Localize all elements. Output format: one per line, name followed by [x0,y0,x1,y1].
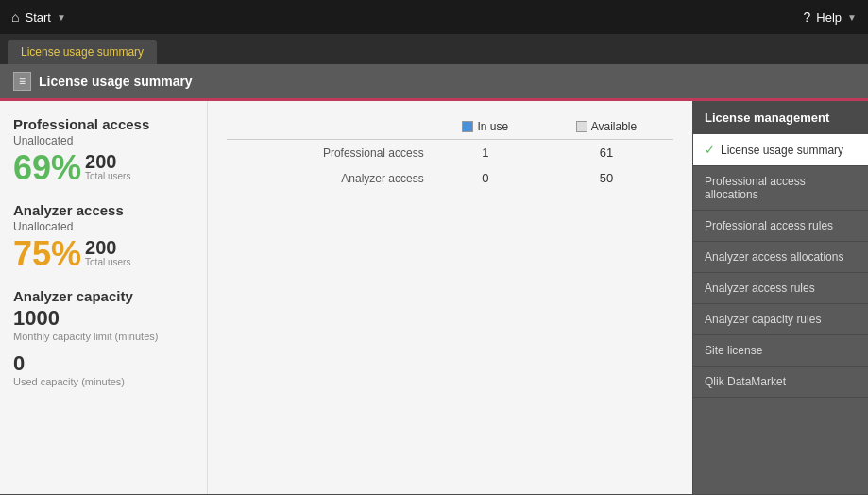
main-layout: Professional access Unallocated 69% 200 … [0,101,868,494]
in-use-color-indicator [462,121,473,132]
sidebar-header: License management [693,101,868,134]
sidebar-item[interactable]: Analyzer access allocations [693,242,868,273]
col-available-label: Available [591,120,637,133]
row-available: 61 [539,140,673,166]
available-color-indicator [576,121,587,132]
help-label: Help [816,10,842,25]
sidebar-item-label: Professional access allocations [705,175,857,201]
home-icon: ⌂ [11,9,19,25]
analyzer-capacity-section: Analyzer capacity 1000 Monthly capacity … [13,288,194,387]
help-chevron-icon: ▼ [847,12,857,23]
start-chevron-icon: ▼ [57,12,66,23]
sidebar-item[interactable]: Professional access rules [693,211,868,242]
start-label: Start [25,10,50,25]
page-header: ≡ License usage summary [0,64,868,101]
analyzer-access-total: 200 Total users [85,237,130,267]
professional-access-section: Professional access Unallocated 69% 200 … [13,116,194,185]
analyzer-access-total-label: Total users [85,258,130,267]
analyzer-access-section: Analyzer access Unallocated 75% 200 Tota… [13,202,194,271]
sidebar-item[interactable]: Professional access allocations [693,166,868,211]
tab-license-usage-summary[interactable]: License usage summary [8,40,157,64]
professional-access-title: Professional access [13,116,194,132]
sidebar-item[interactable]: Qlik DataMarket [693,367,868,398]
row-label: Professional access [227,140,432,166]
check-icon: ✓ [705,143,715,157]
sidebar-item-label: License usage summary [721,144,843,157]
analyzer-access-percent: 75% [13,237,81,271]
sidebar-item-label: Analyzer access rules [705,282,815,295]
page-title: License usage summary [39,74,193,89]
col-available: Available [539,116,673,140]
analyzer-access-total-number: 200 [85,237,130,258]
sidebar-items-container: ✓License usage summaryProfessional acces… [693,134,868,398]
row-available: 50 [539,165,673,191]
help-menu[interactable]: ? Help ▼ [804,9,857,25]
professional-access-percent: 69% [13,151,81,185]
table-row: Analyzer access 0 50 [227,165,673,191]
analyzer-capacity-label: Monthly capacity limit (minutes) [13,331,194,342]
professional-access-total: 200 Total users [85,151,130,181]
usage-table: In use Available Professional access [227,116,673,191]
start-menu[interactable]: ⌂ Start ▼ [11,9,66,25]
analyzer-used-value: 0 [13,351,194,376]
sidebar-item[interactable]: Analyzer access rules [693,273,868,304]
professional-access-total-number: 200 [85,151,130,172]
right-sidebar: License management ✓License usage summar… [692,101,868,494]
content-area: Professional access Unallocated 69% 200 … [0,101,692,494]
sidebar-item-label: Professional access rules [705,219,833,232]
tab-label: License usage summary [21,45,144,59]
professional-access-total-label: Total users [85,172,130,181]
page-header-icon: ≡ [13,72,31,91]
col-in-use-label: In use [477,120,508,133]
sidebar-item-label: Analyzer access allocations [705,250,843,264]
sidebar-item[interactable]: ✓License usage summary [693,134,868,166]
left-panel: Professional access Unallocated 69% 200 … [0,101,208,494]
sidebar-item-label: Site license [705,344,762,357]
analyzer-access-subtitle: Unallocated [13,220,194,233]
analyzer-capacity-value: 1000 [13,306,194,331]
sidebar-item[interactable]: Site license [693,335,868,367]
analyzer-used-label: Used capacity (minutes) [13,376,194,387]
professional-access-subtitle: Unallocated [13,134,194,147]
center-panel: In use Available Professional access [208,101,692,494]
row-in-use: 1 [432,140,539,166]
help-icon: ? [804,9,811,25]
row-label: Analyzer access [227,165,432,191]
analyzer-access-title: Analyzer access [13,202,194,218]
table-row: Professional access 1 61 [227,140,673,166]
analyzer-capacity-title: Analyzer capacity [13,288,194,304]
sidebar-item[interactable]: Analyzer capacity rules [693,304,868,335]
sidebar-item-label: Qlik DataMarket [705,375,786,388]
top-nav: ⌂ Start ▼ ? Help ▼ [0,0,868,34]
tab-bar: License usage summary [0,34,868,64]
sidebar-item-label: Analyzer capacity rules [705,313,821,326]
col-in-use: In use [432,116,539,140]
row-in-use: 0 [432,165,539,191]
